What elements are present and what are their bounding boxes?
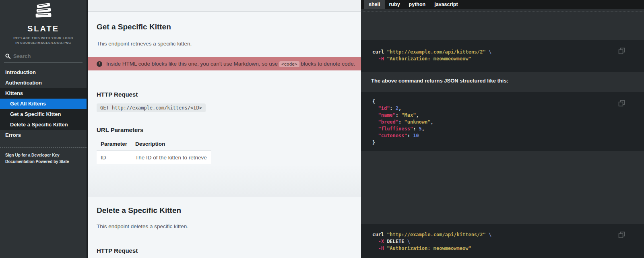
sidebar-item-authentication[interactable]: Authentication (0, 78, 87, 88)
copy-icon[interactable] (618, 100, 625, 107)
copy-icon[interactable] (618, 47, 625, 54)
section-title-delete-specific-kitten: Delete a Specific Kitten (88, 206, 361, 215)
sidebar-group-kittens: Kittens Get All Kittens Get a Specific K… (0, 88, 87, 130)
param-name-cell: ID (97, 151, 131, 165)
url-parameters-heading: URL Parameters (88, 126, 361, 134)
panel-section-divider (361, 11, 644, 12)
http-request-heading-delete: HTTP Request (88, 247, 361, 254)
exclamation-circle-icon: ! (97, 61, 102, 67)
sidebar: SLATE REPLACE THIS WITH YOUR LOGO IN SOU… (0, 0, 87, 258)
response-annotation: The above command returns JSON structure… (361, 77, 644, 84)
section-description-delete: This endpoint deletes a specific kitten. (88, 223, 361, 230)
slate-books-icon (32, 3, 55, 22)
section-divider (88, 196, 361, 196)
sidebar-item-errors[interactable]: Errors (0, 130, 87, 140)
powered-by-slate-link[interactable]: Documentation Powered by Slate (5, 159, 81, 165)
language-tab-bar: shell ruby python javascript (361, 0, 644, 9)
sidebar-item-delete-a-specific-kitten[interactable]: Delete a Specific Kitten (0, 120, 87, 130)
code-sample-panel: shell ruby python javascript curl "http:… (361, 0, 644, 258)
sidebar-item-kittens[interactable]: Kittens (0, 88, 87, 99)
url-parameters-table: Parameter Description ID The ID of the k… (97, 137, 211, 164)
warning-text: Inside HTML code blocks like this one, y… (106, 61, 355, 67)
logo-tagline-line2: IN SOURCE/IMAGES/LOGO.PNG (0, 41, 87, 45)
tab-python[interactable]: python (405, 0, 430, 9)
table-header-row: Parameter Description (97, 137, 211, 151)
table-header-description: Description (131, 137, 211, 151)
sidebar-item-get-a-specific-kitten[interactable]: Get a Specific Kitten (0, 109, 87, 120)
tab-javascript[interactable]: javascript (430, 0, 462, 9)
developer-key-link[interactable]: Sign Up for a Developer Key (5, 152, 81, 159)
param-description-cell: The ID of the kitten to retrieve (131, 151, 211, 165)
logo-tagline: REPLACE THIS WITH YOUR LOGO IN SOURCE/IM… (0, 36, 87, 45)
logo-title: SLATE (0, 24, 87, 33)
json-response-code-block: { "id": 2, "name": "Max", "breed": "unkn… (361, 92, 644, 151)
copy-icon[interactable] (618, 231, 625, 238)
logo-tagline-line1: REPLACE THIS WITH YOUR LOGO (0, 36, 87, 41)
doc-content: Get a Specific Kitten This endpoint retr… (87, 0, 361, 258)
sidebar-nav: Introduction Authentication Kittens Get … (0, 67, 87, 140)
table-header-parameter: Parameter (97, 137, 131, 151)
tab-shell[interactable]: shell (364, 0, 385, 9)
table-row: ID The ID of the kitten to retrieve (97, 151, 211, 165)
warning-banner: ! Inside HTML code blocks like this one,… (88, 57, 361, 70)
curl-delete-code-block: curl "http://example.com/api/kittens/2" … (361, 224, 644, 258)
section-tail-gradient (88, 164, 361, 196)
tab-ruby[interactable]: ruby (385, 0, 405, 9)
sidebar-footer: Sign Up for a Developer Key Documentatio… (0, 148, 87, 165)
http-request-heading: HTTP Request (88, 91, 361, 98)
sidebar-item-introduction[interactable]: Introduction (0, 67, 87, 78)
curl-get-code-block: curl "http://example.com/api/kittens/2" … (361, 40, 644, 72)
sidebar-item-get-all-kittens[interactable]: Get All Kittens (0, 99, 87, 109)
section-description: This endpoint retrieves a specific kitte… (88, 41, 361, 47)
http-request-endpoint: GET http://example.com/kittens/<ID> (97, 103, 206, 112)
logo: SLATE REPLACE THIS WITH YOUR LOGO IN SOU… (0, 0, 87, 45)
search-input[interactable] (13, 53, 74, 59)
search-icon (5, 54, 10, 59)
search-box[interactable] (4, 52, 83, 63)
previous-section-tail (88, 0, 361, 12)
inline-code-tag: <code> (279, 61, 299, 67)
section-title-get-specific-kitten: Get a Specific Kitten (88, 23, 361, 31)
